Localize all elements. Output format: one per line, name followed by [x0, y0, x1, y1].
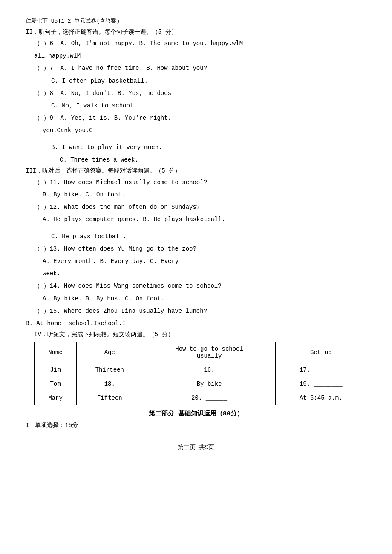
q13-line: （ ）13. How often does Yu Ming go to the … — [34, 244, 366, 254]
table-row: Jim Thirteen 16. 17. ________ — [35, 363, 366, 377]
listening-table: Name Age How to go to schoolusually Get … — [34, 342, 366, 405]
q11b-line: B. By bike. C. On foot. — [43, 190, 366, 200]
cell-mary-how: 20. ______ — [143, 391, 276, 405]
col-age: Age — [76, 342, 143, 363]
q6-line: （ ）6. A. Oh, I'm not happy. B. The same … — [34, 38, 366, 49]
table-row: Mary Fifteen 20. ______ At 6:45 a.m. — [35, 391, 366, 405]
cell-mary-name: Mary — [35, 391, 77, 405]
q15-cont: B. At home. school.Ischool.I — [26, 318, 366, 329]
part2-header: 第二部分 基础知识运用（80分） — [26, 410, 366, 418]
cell-tom-age: 18. — [76, 377, 143, 391]
cell-tom-getup: 19. ________ — [276, 377, 366, 391]
qb-line: B. I want to play it very much. — [51, 142, 366, 153]
page-footer: 第二页 共9页 — [26, 444, 366, 451]
part2-sub: I．单项选择：15分 — [26, 420, 366, 431]
cell-tom-how: By bike — [143, 377, 276, 391]
page-title: 仁爱七下 U5T1T2 单元试卷(含答案) — [26, 17, 366, 25]
q12ab-line: A. He plays computer games. B. He plays … — [43, 214, 366, 225]
q8c-line: C. No, I walk to school. — [51, 101, 366, 111]
cell-mary-age: Fifteen — [76, 391, 143, 405]
table-row: Tom 18. By bike 19. ________ — [35, 377, 366, 391]
q12c-line: C. He plays football. — [51, 231, 366, 242]
q14abc-line: A. By bike. B. By bus. C. On foot. — [43, 294, 366, 304]
q9-line: （ ）9. A. Yes, it is. B. You're right. — [34, 113, 366, 124]
cell-jim-getup: 17. ________ — [276, 363, 366, 377]
cell-jim-how: 16. — [143, 363, 276, 377]
section3-header: III．听对话，选择正确答案。每段对话读两遍。（5 分） — [26, 167, 366, 175]
section4-header: IV．听短文，完成下列表格。短文读两遍。（5 分） — [34, 331, 366, 338]
q13abc-line: A. Every month. B. Every day. C. Every — [43, 256, 366, 267]
col-getup: Get up — [276, 342, 366, 363]
q11-line: （ ）11. How does Michael usually come to … — [34, 177, 366, 188]
q13-week: week. — [43, 268, 366, 279]
cell-tom-name: Tom — [35, 377, 77, 391]
q7-line: （ ）7. A. I have no free time. B. How abo… — [34, 63, 366, 74]
cell-mary-getup: At 6:45 a.m. — [276, 391, 366, 405]
q14-line: （ ）14. How does Miss Wang sometimes come… — [34, 281, 366, 291]
col-name: Name — [35, 342, 77, 363]
q7c-line: C. I often play basketball. — [51, 76, 366, 87]
q9-cont: you.Cank you.C — [43, 125, 366, 136]
cell-jim-age: Thirteen — [76, 363, 143, 377]
q6-cont: all happy.wlM — [34, 51, 366, 61]
q15-line: （ ）15. Where does Zhou Lina usually have… — [34, 306, 366, 317]
q12-line: （ ）12. What does the man often do on Sun… — [34, 202, 366, 213]
section2-header: II．听句子，选择正确答语。每个句子读一遍。（5 分） — [26, 28, 366, 36]
col-how: How to go to schoolusually — [143, 342, 276, 363]
cell-jim-name: Jim — [35, 363, 77, 377]
q8-line: （ ）8. A. No, I don't. B. Yes, he does. — [34, 88, 366, 99]
qc-line: C. Three times a week. — [60, 155, 366, 165]
